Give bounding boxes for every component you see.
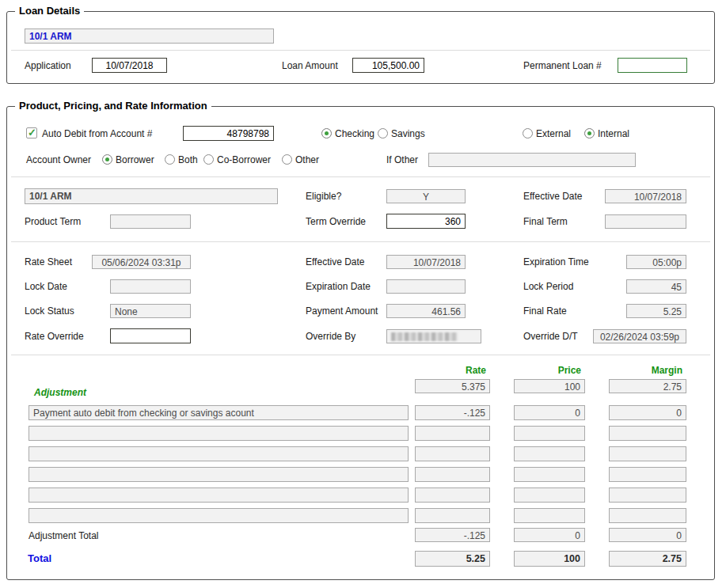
adjustment-row	[7, 508, 716, 523]
lock-status-label: Lock Status	[25, 304, 74, 318]
adjustment-description-field	[29, 446, 409, 461]
payment-amount-label: Payment Amount	[306, 304, 378, 318]
adjustment-row	[7, 426, 716, 441]
base-margin-field: 2.75	[609, 379, 686, 393]
external-radio[interactable]	[523, 128, 533, 138]
adjustment-description-field: Payment auto debit from checking or savi…	[29, 405, 409, 420]
product-term-field	[110, 214, 191, 229]
loan-amount-input[interactable]	[352, 58, 424, 73]
rate-sheet-field: 05/06/2024 03:31p	[92, 255, 191, 269]
external-radio-label[interactable]: External	[536, 127, 571, 141]
term-override-input[interactable]	[386, 214, 466, 229]
lock-date-field	[110, 279, 191, 294]
adjustment-total-label: Adjustment Total	[29, 529, 99, 543]
final-rate-field: 5.25	[626, 304, 686, 318]
rate-override-input[interactable]	[110, 328, 191, 343]
lock-date-label: Lock Date	[25, 279, 67, 294]
eligible-label: Eligible?	[306, 189, 341, 203]
expiration-time-field: 05:00p	[626, 255, 686, 269]
loan-details-legend: Loan Details	[15, 5, 84, 17]
product-name-display: 10/1 ARM	[25, 188, 278, 204]
override-dt-label: Override D/T	[523, 329, 578, 343]
lock-period-label: Lock Period	[523, 279, 573, 294]
owner-other-label[interactable]: Other	[295, 153, 319, 167]
adjustment-margin-field	[609, 426, 686, 441]
owner-both-label[interactable]: Both	[178, 153, 198, 167]
adjustment-description-field	[29, 467, 409, 482]
adjustment-margin-field	[609, 446, 686, 461]
owner-coborrower-label[interactable]: Co-Borrower	[217, 153, 271, 167]
rate-column-header: Rate	[415, 365, 490, 376]
checking-radio-label[interactable]: Checking	[335, 127, 374, 141]
section-divider	[11, 355, 710, 355]
internal-radio[interactable]	[584, 128, 595, 138]
savings-radio-label[interactable]: Savings	[391, 127, 425, 141]
lock-status-field: None	[110, 304, 191, 318]
loan-form-page: Loan Details 10/1 ARM Application Loan A…	[0, 0, 726, 588]
application-label: Application	[25, 59, 71, 73]
auto-debit-checkbox[interactable]	[26, 127, 37, 138]
if-other-label: If Other	[386, 153, 418, 167]
account-owner-label: Account Owner	[26, 153, 91, 167]
expiration-time-label: Expiration Time	[523, 255, 589, 269]
permanent-loan-input[interactable]	[618, 58, 687, 73]
product-effective-date-field: 10/07/2018	[605, 189, 686, 203]
loan-details-section: Loan Details 10/1 ARM Application Loan A…	[6, 11, 715, 84]
adjustment-rate-field	[415, 426, 490, 441]
adjustment-rate-field	[415, 508, 490, 523]
product-pricing-legend: Product, Pricing, and Rate Information	[15, 100, 211, 112]
checking-radio[interactable]	[321, 128, 332, 138]
rate-override-label: Rate Override	[25, 329, 84, 343]
final-term-label: Final Term	[523, 214, 568, 229]
adjustment-price-field	[514, 487, 585, 503]
adjustment-rate-field	[415, 467, 490, 482]
auto-debit-label[interactable]: Auto Debit from Account #	[42, 127, 152, 141]
adjustment-total-price-field: 0	[514, 528, 585, 542]
base-price-field: 100	[514, 379, 585, 393]
auto-debit-account-input[interactable]	[183, 126, 274, 141]
override-by-field	[386, 329, 481, 343]
owner-coborrower-radio[interactable]	[203, 154, 214, 165]
owner-borrower-radio[interactable]	[102, 154, 112, 165]
margin-column-header: Margin	[609, 365, 686, 376]
adjustment-row	[7, 467, 716, 482]
adjustment-price-field: 0	[514, 405, 585, 420]
final-rate-label: Final Rate	[523, 304, 567, 318]
adjustment-description-field	[29, 487, 409, 503]
adjustment-row	[7, 446, 716, 461]
adjustment-total-row: Adjustment Total -.125 0 0	[7, 528, 716, 544]
adjustment-total-margin-field: 0	[609, 528, 686, 542]
grand-total-margin-field: 2.75	[609, 551, 686, 567]
adjustment-margin-field	[609, 508, 686, 523]
owner-borrower-label[interactable]: Borrower	[116, 153, 154, 167]
adjustment-rows: Payment auto debit from checking or savi…	[7, 405, 716, 529]
if-other-field	[428, 153, 636, 167]
owner-other-radio[interactable]	[282, 154, 292, 165]
rate-effective-date-field: 10/07/2018	[386, 255, 466, 269]
expiration-date-label: Expiration Date	[306, 279, 371, 294]
adjustment-description-field	[29, 508, 409, 523]
permanent-loan-label: Permanent Loan #	[523, 59, 602, 73]
savings-radio[interactable]	[378, 128, 388, 138]
section-divider	[11, 241, 710, 242]
adjustment-rate-field	[415, 487, 490, 503]
lock-period-field: 45	[626, 279, 686, 294]
internal-radio-label[interactable]: Internal	[598, 127, 629, 141]
adjustment-row: Payment auto debit from checking or savi…	[7, 405, 716, 420]
adjustment-price-field	[514, 446, 585, 461]
grand-total-rate-field: 5.25	[415, 551, 490, 567]
application-date-input[interactable]	[92, 58, 167, 73]
adjustment-total-rate-field: -.125	[415, 528, 490, 542]
adjustment-rate-field: -.125	[415, 405, 490, 420]
adjustment-margin-field	[609, 487, 686, 503]
adjustment-price-field	[514, 426, 585, 441]
grand-total-row: Total 5.25 100 2.75	[7, 551, 716, 567]
adjustment-margin-field	[609, 467, 686, 482]
rate-sheet-label: Rate Sheet	[25, 255, 72, 269]
adjustment-price-field	[514, 508, 585, 523]
product-pricing-section: Product, Pricing, and Rate Information A…	[6, 106, 715, 580]
section-divider	[11, 50, 710, 51]
product-term-label: Product Term	[25, 214, 81, 229]
owner-both-radio[interactable]	[165, 154, 175, 165]
override-by-label: Override By	[306, 329, 355, 343]
